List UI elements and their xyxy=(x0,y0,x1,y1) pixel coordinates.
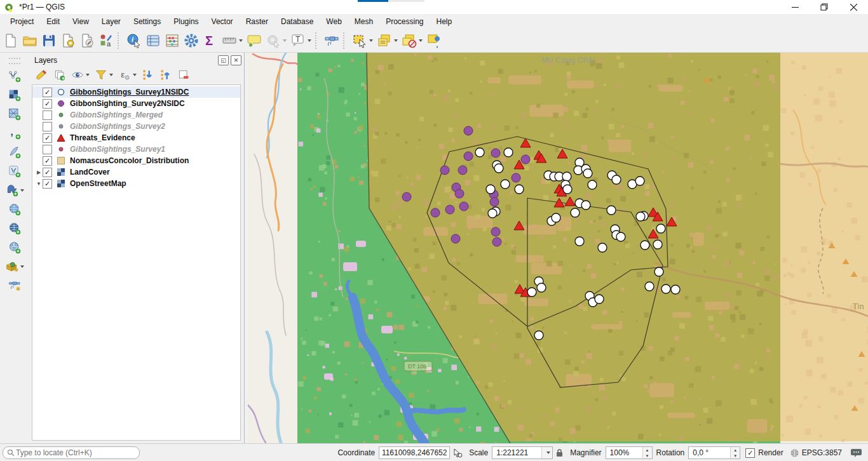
menu-layer[interactable]: Layer xyxy=(95,15,127,28)
dropdown-arrow-icon[interactable] xyxy=(20,265,24,268)
survey1-point[interactable] xyxy=(515,185,524,194)
metasearch-catalog-button[interactable]: ✱ xyxy=(7,278,22,293)
dropdown-arrow-icon[interactable] xyxy=(86,74,90,76)
menu-processing[interactable]: Processing xyxy=(379,15,430,28)
layer-label[interactable]: GibbonSightings_Survey1 xyxy=(70,145,165,154)
map-canvas[interactable]: Mù Cang ChảiDT 106Tìn xyxy=(248,53,868,443)
menu-edit[interactable]: Edit xyxy=(40,15,66,28)
scale-combo[interactable]: 1:221221 xyxy=(492,446,553,459)
select-features-by-value-button[interactable] xyxy=(376,32,399,50)
survey1-point[interactable] xyxy=(645,282,654,291)
survey2-point[interactable] xyxy=(440,166,449,175)
add-raster-layer-button[interactable] xyxy=(7,88,22,103)
menu-vector[interactable]: Vector xyxy=(205,15,240,28)
survey1-point[interactable] xyxy=(588,180,597,189)
manage-map-themes-button[interactable] xyxy=(70,67,91,83)
render-checkbox[interactable]: ✓ xyxy=(745,448,755,458)
survey2-point[interactable] xyxy=(464,126,473,135)
menu-mesh[interactable]: Mesh xyxy=(348,15,379,28)
toolbar-handle[interactable] xyxy=(9,58,20,64)
layer-visibility-checkbox[interactable]: ✓ xyxy=(43,133,52,143)
survey2-point[interactable] xyxy=(492,237,501,246)
survey1-point[interactable] xyxy=(607,206,616,215)
processing-toolbox-button[interactable] xyxy=(182,32,200,50)
text-annotation-button[interactable]: T xyxy=(289,32,313,50)
layer-row-gibbonsightings_survey2[interactable]: GibbonSightings_Survey2 xyxy=(32,121,240,132)
survey1-point[interactable] xyxy=(581,201,590,210)
magnifier-spin[interactable]: 100% ▲▼ xyxy=(606,446,653,459)
survey1-point[interactable] xyxy=(598,243,607,252)
layer-row-landcover[interactable]: ▶✓LandCover xyxy=(32,166,240,178)
collapse-arrow-icon[interactable]: ▼ xyxy=(35,181,43,187)
add-virtual-layer-button[interactable] xyxy=(7,164,22,179)
menu-plugins[interactable]: Plugins xyxy=(167,15,205,28)
layer-label[interactable]: GibbonSightings_Survey2 xyxy=(70,122,165,131)
survey1-point[interactable] xyxy=(595,295,604,304)
close-button[interactable] xyxy=(839,0,868,14)
dropdown-arrow-icon[interactable] xyxy=(239,39,243,42)
dropdown-arrow-icon[interactable] xyxy=(283,39,287,42)
menu-help[interactable]: Help xyxy=(430,15,459,28)
survey2-point[interactable] xyxy=(402,192,411,201)
open-attribute-table-button[interactable] xyxy=(144,32,162,50)
layer-styling-button[interactable]: a xyxy=(97,32,115,50)
survey1-point[interactable] xyxy=(552,213,560,222)
style-manager-button[interactable] xyxy=(59,32,77,50)
show-layout-manager-button[interactable] xyxy=(78,32,96,50)
survey1-point[interactable] xyxy=(636,212,645,221)
survey2-point[interactable] xyxy=(491,227,500,236)
layer-row-gibbonsightings_survey1[interactable]: GibbonSightings_Survey1 xyxy=(32,144,240,155)
deselect-features-button[interactable] xyxy=(400,32,424,50)
dropdown-arrow-icon[interactable] xyxy=(419,39,423,42)
survey1-point[interactable] xyxy=(654,267,663,276)
run-feature-action-button[interactable] xyxy=(264,32,288,50)
select-by-location-button[interactable] xyxy=(425,32,443,50)
survey2-point[interactable] xyxy=(490,197,499,206)
map-tips-button[interactable] xyxy=(245,32,263,50)
survey2-point[interactable] xyxy=(491,149,500,157)
measure-line-button[interactable] xyxy=(220,32,244,50)
rotation-spin[interactable]: 0,0 ° ▲▼ xyxy=(688,446,740,459)
expand-all-button[interactable] xyxy=(140,67,156,83)
dropdown-arrow-icon[interactable] xyxy=(109,74,113,76)
survey1-point[interactable] xyxy=(494,164,503,173)
survey1-point[interactable] xyxy=(641,241,649,250)
survey1-point[interactable] xyxy=(563,185,572,194)
add-wcs-layer-button[interactable] xyxy=(7,221,22,236)
survey1-point[interactable] xyxy=(504,148,513,157)
survey2-point[interactable] xyxy=(455,189,464,198)
survey2-point[interactable] xyxy=(451,234,460,243)
layer-visibility-checkbox[interactable]: ✓ xyxy=(43,168,52,177)
add-wms-layer-button[interactable] xyxy=(7,202,22,217)
survey1-point[interactable] xyxy=(612,175,621,184)
layer-row-threats_evidence[interactable]: ✓Threats_Evidence xyxy=(32,132,240,144)
layer-label[interactable]: GibbonSightings_Merged xyxy=(70,110,163,119)
layer-label[interactable]: GibbonSightings_Survey1NSIDC xyxy=(70,88,189,97)
identify-features-button[interactable]: i xyxy=(125,32,143,50)
survey1-point[interactable] xyxy=(501,180,510,189)
menu-web[interactable]: Web xyxy=(320,15,348,28)
remove-layer-button[interactable] xyxy=(176,67,191,83)
layer-visibility-checkbox[interactable]: ✓ xyxy=(43,156,52,166)
survey2-point[interactable] xyxy=(445,205,454,214)
layer-visibility-checkbox[interactable]: ✓ xyxy=(43,99,52,109)
locate-bar[interactable] xyxy=(3,446,140,459)
dropdown-arrow-icon[interactable] xyxy=(308,39,311,42)
menu-project[interactable]: Project xyxy=(4,15,40,28)
layer-row-nomascusconcolor_distribution[interactable]: ✓NomascusConcolor_Distribution xyxy=(32,155,240,166)
layer-visibility-checkbox[interactable] xyxy=(43,122,52,131)
select-features-button[interactable] xyxy=(351,32,374,50)
crs-globe-icon[interactable] xyxy=(790,448,799,458)
extents-toggle-icon[interactable] xyxy=(452,448,463,458)
survey1-point[interactable] xyxy=(616,232,625,241)
add-spatialite-layer-button[interactable] xyxy=(7,145,22,160)
survey2-point[interactable] xyxy=(521,155,530,164)
survey2-point[interactable] xyxy=(512,173,520,182)
coordinate-field[interactable]: 11610098,2467652 xyxy=(379,446,450,459)
expand-arrow-icon[interactable]: ▶ xyxy=(35,170,43,175)
filter-legend-by-expression-button[interactable]: ε xyxy=(117,67,138,83)
layer-row-gibbonsighting_survey2nsidc[interactable]: ✓GibbonSighting_Survey2NSIDC xyxy=(32,98,240,109)
survey1-point[interactable] xyxy=(571,208,580,217)
messages-icon[interactable] xyxy=(851,448,862,458)
layer-visibility-checkbox[interactable]: ✓ xyxy=(43,179,52,189)
